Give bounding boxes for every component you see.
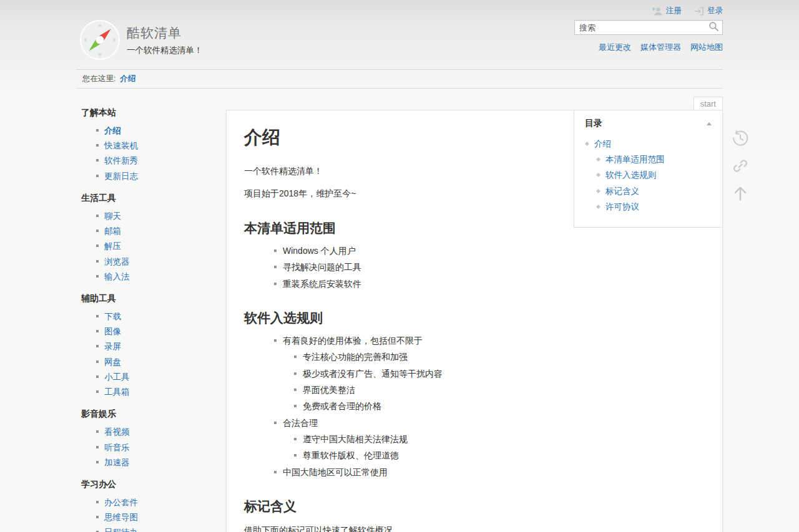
section-paragraph: 借助下面的标记可以快速了解软件概况	[244, 524, 705, 532]
sidebar-item: 办公套件	[96, 497, 211, 508]
backlinks-icon[interactable]	[732, 157, 749, 175]
toc-item: 本清单适用范围	[596, 154, 713, 165]
toc-item-link[interactable]: 许可协议	[605, 202, 639, 211]
sidebar-item-link[interactable]: 图像	[104, 327, 121, 336]
content-list-text: 尊重软件版权、伦理道德	[303, 450, 399, 460]
sidebar-section: 辅助工具下载图像录屏网盘小工具工具箱	[81, 293, 211, 398]
sidebar-item: 输入法	[96, 271, 211, 283]
toc-item-link[interactable]: 介绍	[594, 139, 611, 148]
login-icon	[694, 7, 704, 16]
breadcrumb: 您在这里:介绍	[76, 69, 723, 89]
sidebar-section: 影音娱乐看视频听音乐加速器	[81, 409, 211, 468]
toc-item-link[interactable]: 本清单适用范围	[605, 155, 665, 164]
sidebar-item: 软件新秀	[96, 155, 211, 167]
content-list-item: 专注核心功能的完善和加强	[294, 351, 705, 363]
sidebar-item-link[interactable]: 快速装机	[104, 141, 138, 150]
content-list-item: 免费或者合理的价格	[294, 400, 705, 412]
search-button[interactable]	[705, 21, 722, 34]
sidebar-item: 小工具	[96, 372, 211, 383]
content-list-item: 合法合理遵守中国大陆相关法律法规尊重软件版权、伦理道德	[274, 417, 705, 462]
content-list-text: 寻找解决问题的工具	[283, 262, 361, 272]
sidebar-item-link[interactable]: 听音乐	[104, 443, 130, 452]
content-list-text: 有着良好的使用体验，包括但不限于	[283, 336, 423, 346]
login-link[interactable]: 登录	[694, 6, 723, 16]
user-tools: 注册 登录	[76, 0, 723, 16]
toc-item: 介绍	[585, 138, 713, 150]
sidebar-list: 下载图像录屏网盘小工具工具箱	[81, 311, 211, 398]
toc-item-link[interactable]: 软件入选规则	[605, 170, 656, 180]
sidebar-item: 邮箱	[96, 226, 211, 237]
sidebar-item: 日程待办	[96, 527, 211, 532]
sidebar-item: 网盘	[96, 357, 211, 368]
sidebar-item-link[interactable]: 小工具	[104, 372, 130, 382]
sidebar-item: 浏览器	[96, 256, 211, 268]
sidebar-item-link[interactable]: 更新日志	[104, 172, 138, 181]
page-content: 目录 介绍本清单适用范围软件入选规则标记含义许可协议 介绍 一个软件精选清单！项…	[226, 110, 723, 532]
site-title: 酷软清单	[127, 24, 203, 42]
sidebar-section-title: 学习办公	[81, 479, 211, 490]
site-tool-link[interactable]: 媒体管理器	[640, 42, 681, 52]
sidebar-section-title: 影音娱乐	[81, 409, 211, 420]
content-list-text: 极少或者没有广告、通知等干扰内容	[303, 369, 443, 379]
register-link[interactable]: 注册	[652, 6, 682, 16]
sidebar-item: 加速器	[96, 457, 211, 468]
collapse-arrow-icon[interactable]	[707, 122, 712, 125]
user-add-icon	[652, 7, 663, 16]
sidebar-item-link[interactable]: 网盘	[104, 357, 121, 367]
search-form	[574, 20, 723, 35]
sidebar-item-link[interactable]: 办公套件	[104, 498, 138, 507]
page-name-tab: start	[694, 97, 723, 110]
toc-item: 许可协议	[596, 201, 713, 213]
login-label: 登录	[707, 6, 723, 16]
sidebar-item-link[interactable]: 软件新秀	[104, 156, 138, 165]
content-list-item: 遵守中国大陆相关法律法规	[294, 433, 705, 445]
sidebar-item: 聊天	[96, 211, 211, 222]
breadcrumb-current-link[interactable]: 介绍	[120, 74, 135, 83]
section-heading: 软件入选规则	[244, 310, 705, 326]
sidebar-item-link[interactable]: 浏览器	[104, 257, 130, 266]
content-list-text: 中国大陆地区可以正常使用	[283, 467, 388, 477]
sidebar-item-link[interactable]: 介绍	[104, 126, 121, 135]
sidebar-item-link[interactable]: 加速器	[104, 458, 130, 467]
sidebar-section: 了解本站介绍快速装机软件新秀更新日志	[81, 107, 211, 182]
sidebar-item-link[interactable]: 输入法	[104, 272, 130, 281]
sidebar-section-title: 辅助工具	[81, 293, 211, 304]
sidebar-item-link[interactable]: 下载	[104, 312, 121, 321]
toc-item-link[interactable]: 标记含义	[605, 186, 639, 196]
sidebar-item-link[interactable]: 工具箱	[104, 387, 130, 397]
sidebar-section: 生活工具聊天邮箱解压浏览器输入法	[81, 193, 211, 283]
sidebar-item-link[interactable]: 聊天	[104, 211, 121, 221]
header: 酷软清单 一个软件精选清单！ 最近更改媒体管理器网站地图	[76, 20, 723, 60]
content-list-text: 重装系统后安装软件	[283, 279, 361, 289]
sidebar-item: 看视频	[96, 427, 211, 438]
toc-item: 标记含义	[596, 186, 713, 197]
content-list-text: 遵守中国大陆相关法律法规	[303, 434, 408, 444]
content-list-item: 中国大陆地区可以正常使用	[274, 466, 705, 478]
content-list-item: 尊重软件版权、伦理道德	[294, 449, 705, 462]
table-of-contents: 目录 介绍本清单适用范围软件入选规则标记含义许可协议	[574, 110, 722, 228]
site-tool-link[interactable]: 最近更改	[599, 42, 631, 52]
site-tools: 最近更改媒体管理器网站地图	[574, 42, 723, 53]
back-to-top-icon[interactable]	[732, 185, 749, 202]
site-tool-link[interactable]: 网站地图	[690, 42, 723, 52]
main-area: 了解本站介绍快速装机软件新秀更新日志生活工具聊天邮箱解压浏览器输入法辅助工具下载…	[76, 89, 723, 532]
content-list-text: 免费或者合理的价格	[303, 401, 381, 411]
content-list-text: 专注核心功能的完善和加强	[303, 352, 408, 362]
sidebar-item-link[interactable]: 解压	[104, 241, 121, 251]
sidebar-item-link[interactable]: 思维导图	[104, 513, 138, 522]
history-icon[interactable]	[732, 130, 749, 147]
site-logo-block[interactable]: 酷软清单 一个软件精选清单！	[80, 20, 203, 60]
sidebar-item-link[interactable]: 录屏	[104, 342, 121, 351]
sidebar-item: 解压	[96, 241, 211, 252]
sidebar-list: 介绍快速装机软件新秀更新日志	[81, 125, 211, 182]
sidebar-item-link[interactable]: 邮箱	[104, 226, 121, 236]
sidebar-item: 录屏	[96, 341, 211, 352]
sidebar-list: 办公套件思维导图日程待办PDF相关笔记文档码字排版办公辅助文件传输	[81, 497, 211, 532]
search-input[interactable]	[575, 23, 705, 32]
sidebar-item: 下载	[96, 311, 211, 322]
sidebar-item-link[interactable]: 日程待办	[104, 528, 138, 532]
content-list-item: 有着良好的使用体验，包括但不限于专注核心功能的完善和加强极少或者没有广告、通知等…	[274, 334, 705, 412]
sidebar-item-link[interactable]: 看视频	[104, 427, 130, 437]
search-icon	[708, 24, 719, 34]
content-list-item: 极少或者没有广告、通知等干扰内容	[294, 367, 705, 380]
